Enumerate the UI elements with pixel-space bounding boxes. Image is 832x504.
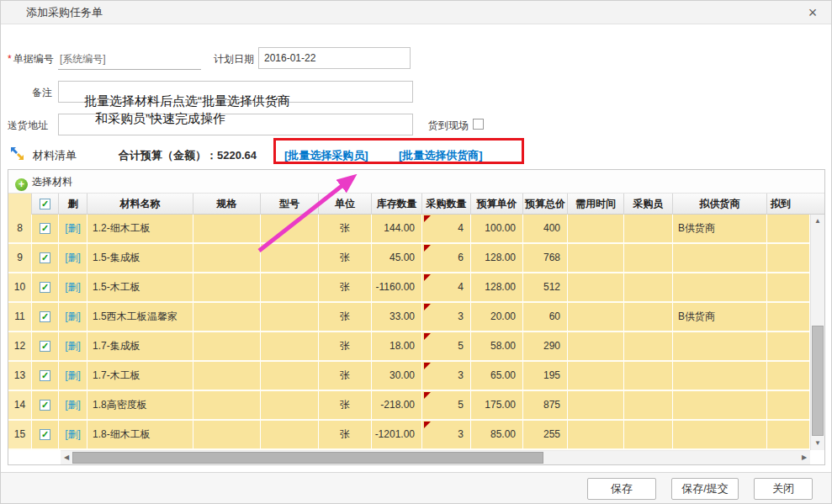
delete-link[interactable]: [删] (65, 369, 81, 381)
header-buyer: 采购员 (624, 194, 673, 215)
table-row: 15✓[删]1.8-细木工板张-1201.00385.00255 (8, 421, 810, 450)
doc-no-label: *单据编号 (8, 52, 54, 66)
cell-rownum: 14 (8, 391, 32, 421)
batch-select-buyer-link[interactable]: [批量选择采购员] (284, 148, 368, 163)
header-spec: 规格 (193, 194, 261, 215)
delete-link[interactable]: [删] (65, 399, 81, 411)
on-site-label: 货到现场 (428, 119, 469, 133)
header-material-name: 材料名称 (87, 194, 193, 215)
vertical-scroll-thumb[interactable] (812, 326, 824, 436)
cell-price: 20.00 (471, 303, 523, 332)
cell-unit: 张 (319, 391, 372, 421)
row-checkbox-icon: ✓ (40, 370, 50, 381)
close-button[interactable]: 关闭 (754, 478, 813, 500)
header-model: 型号 (261, 194, 319, 215)
cell-material-name: 1.5-木工板 (87, 273, 193, 303)
cell-price: 58.00 (471, 332, 523, 362)
cell-qty[interactable]: 4 (422, 273, 471, 303)
cell-supplier: B供货商 (673, 303, 767, 332)
cell-stock: -218.00 (372, 391, 422, 421)
close-icon[interactable]: × (803, 3, 823, 23)
horizontal-scroll-thumb[interactable] (72, 452, 543, 464)
header-price: 预算单价 (471, 194, 523, 215)
cell-checkbox[interactable]: ✓ (32, 362, 59, 391)
save-button[interactable]: 保存 (587, 478, 656, 500)
batch-select-supplier-link[interactable]: [批量选择供货商] (399, 148, 483, 163)
cell-qty[interactable]: 3 (422, 421, 471, 450)
cell-need-time (568, 244, 624, 273)
cell-checkbox[interactable]: ✓ (32, 215, 59, 244)
cell-need-time (568, 421, 624, 450)
header-checkbox-icon: ✓ (40, 199, 50, 210)
header-checkbox[interactable]: ✓ (32, 194, 59, 215)
header-need-time: 需用时间 (568, 194, 624, 215)
row-checkbox-icon: ✓ (40, 341, 50, 352)
cell-checkbox[interactable]: ✓ (32, 332, 59, 362)
cell-arrive (767, 421, 809, 450)
row-checkbox-icon: ✓ (40, 223, 50, 234)
cell-qty[interactable]: 5 (422, 332, 471, 362)
cell-total: 875 (523, 391, 568, 421)
cell-checkbox[interactable]: ✓ (32, 244, 59, 273)
header-rownum (8, 194, 32, 215)
cell-rownum: 9 (8, 244, 32, 273)
cell-model (261, 244, 319, 273)
scroll-up-icon[interactable]: ▲ (811, 215, 824, 228)
add-purchase-task-dialog: 添加采购任务单 × *单据编号 计划日期 备注 送货地址 货到现场 批量选择材料… (0, 0, 832, 504)
header-stock: 库存数量 (372, 194, 422, 215)
cell-buyer (624, 215, 673, 244)
horizontal-scroll-track[interactable]: ◀ ▶ (61, 450, 810, 464)
delete-link[interactable]: [删] (65, 340, 81, 352)
cell-buyer (624, 421, 673, 450)
cell-qty[interactable]: 3 (422, 303, 471, 332)
cell-checkbox[interactable]: ✓ (32, 421, 59, 450)
annotation-line2: 和采购员”快速完成操作 (95, 111, 225, 127)
cell-material-name: 1.8-细木工板 (87, 421, 193, 450)
cell-model (261, 362, 319, 391)
cell-delete: [删] (59, 332, 87, 362)
delete-link[interactable]: [删] (65, 310, 81, 322)
delete-link[interactable]: [删] (65, 428, 81, 440)
edited-corner-icon (424, 392, 431, 399)
header-supplier: 拟供货商 (673, 194, 767, 215)
horizontal-scrollbar[interactable]: ◀ ▶ (8, 450, 824, 464)
cell-supplier: B供货商 (673, 215, 767, 244)
cell-stock: -1160.00 (372, 273, 422, 303)
delete-link[interactable]: [删] (65, 252, 81, 263)
cell-qty[interactable]: 3 (422, 362, 471, 391)
cell-qty[interactable]: 6 (422, 244, 471, 273)
vertical-scrollbar[interactable]: ▲ ▼ (810, 215, 824, 450)
delete-link[interactable]: [删] (65, 281, 81, 293)
plan-date-input[interactable] (258, 47, 411, 69)
cell-unit: 张 (319, 273, 372, 303)
material-list-title: 材料清单 (33, 148, 77, 163)
cell-unit: 张 (319, 362, 372, 391)
header-delete: 删 (59, 194, 87, 215)
delete-link[interactable]: [删] (65, 222, 81, 234)
cell-checkbox[interactable]: ✓ (32, 303, 59, 332)
select-material-button[interactable]: +选择材料 (15, 174, 72, 189)
cell-rownum: 11 (8, 303, 32, 332)
header-qty: 采购数量 (422, 194, 471, 215)
cell-checkbox[interactable]: ✓ (32, 391, 59, 421)
cell-checkbox[interactable]: ✓ (32, 273, 59, 303)
grid-header: ✓ 删 材料名称 规格 型号 单位 库存数量 采购数量 预算单价 预算总价 需用… (8, 194, 824, 215)
cell-price: 100.00 (471, 215, 523, 244)
cell-spec (193, 421, 261, 450)
cell-delete: [删] (59, 391, 87, 421)
cell-rownum: 13 (8, 362, 32, 391)
doc-no-input[interactable] (58, 50, 201, 70)
cell-model (261, 303, 319, 332)
scroll-right-icon[interactable]: ▶ (798, 451, 810, 464)
header-unit: 单位 (319, 194, 372, 215)
cell-spec (193, 273, 261, 303)
on-site-checkbox[interactable] (473, 119, 484, 130)
cell-qty[interactable]: 5 (422, 391, 471, 421)
scroll-down-icon[interactable]: ▼ (811, 437, 824, 450)
cell-model (261, 273, 319, 303)
save-submit-button[interactable]: 保存/提交 (671, 478, 739, 500)
dialog-footer: 保存 保存/提交 关闭 (1, 472, 831, 504)
cell-arrive (767, 273, 809, 303)
cell-qty[interactable]: 4 (422, 215, 471, 244)
scroll-left-icon[interactable]: ◀ (61, 451, 72, 464)
